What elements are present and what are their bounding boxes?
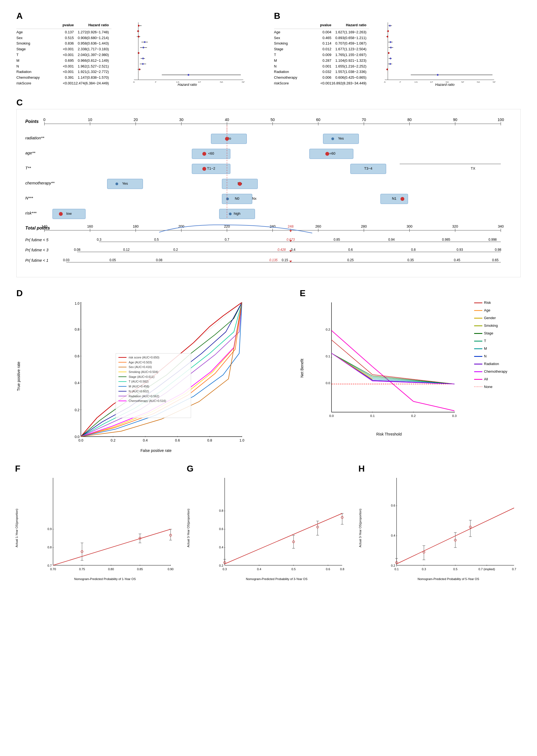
panel-a-axis: Hazard ratio [111,83,263,87]
svg-text:140: 140 [42,224,48,228]
panel-d-chart: 0.0 0.2 0.4 0.6 0.8 1.0 0.0 0.2 [23,300,289,453]
svg-text:1.0: 1.0 [239,438,244,442]
svg-text:radiation**: radiation** [25,136,45,140]
svg-text:0.2: 0.2 [411,414,415,418]
svg-text:50: 50 [270,117,275,122]
svg-rect-11 [138,30,139,32]
svg-text:0.9: 0.9 [48,527,52,531]
svg-text:0.5: 0.5 [453,568,457,571]
svg-text:320: 320 [452,224,458,228]
svg-text:0.6: 0.6 [348,248,353,252]
svg-text:0.3: 0.3 [97,238,102,242]
panel-h-y-label: Actual 3-Year OS(proportion) [358,475,375,581]
svg-text:248: 248 [288,224,294,228]
svg-text:0.15: 0.15 [282,258,288,262]
svg-text:Points: Points [25,119,39,124]
svg-point-111 [238,182,242,186]
panel-f-y-label: Actual 1-Year OS(proportion) [15,475,31,581]
svg-text:Yes: Yes [338,136,344,140]
row-radiation-a: Radiation<0.0011.921(1.332−2.772) [17,69,111,75]
col-pval: pvalue [52,22,74,28]
legend-age: Age [474,307,520,314]
svg-rect-57 [437,74,438,76]
svg-text:0.4: 0.4 [257,568,261,571]
svg-marker-189 [289,261,292,262]
top-row: A pvalue Hazard ratio Age0.1371.272(0.92… [11,8,526,89]
svg-rect-215 [116,353,191,418]
row-t-a: T<0.0012.040(1.397−2.980) [17,52,111,58]
svg-text:160: 160 [87,224,93,228]
svg-text:0.6: 0.6 [175,438,180,442]
svg-text:20: 20 [134,117,138,122]
svg-text:Radiation (AUC=0.562): Radiation (AUC=0.562) [129,395,159,398]
svg-text:0.4: 0.4 [143,438,148,442]
svg-text:Age (AUC=0.503): Age (AUC=0.503) [129,361,152,364]
svg-text:0.7 (implied): 0.7 (implied) [478,568,495,571]
svg-line-300 [53,529,171,565]
svg-rect-45 [390,41,391,43]
panel-b-table: pvalue Hazard ratio Age0.0041.627(1.169−… [274,22,369,87]
svg-text:N1: N1 [392,196,396,201]
main-container: A pvalue Hazard ratio Age0.1371.272(0.92… [0,0,537,592]
svg-point-115 [226,198,229,200]
svg-text:Stage (AUC=0.611): Stage (AUC=0.611) [129,375,155,378]
svg-text:0.75: 0.75 [79,568,85,571]
svg-text:0.70: 0.70 [50,568,56,571]
panel-g-chart: 0.2 0.4 0.6 0.8 0.3 0.4 0.5 0.6 [203,475,350,581]
panel-e-label: E [300,288,306,298]
svg-line-333 [225,513,342,564]
svg-text:60: 60 [316,117,320,122]
panel-f-label: F [15,464,21,473]
legend-t: T [474,338,520,344]
svg-text:80: 80 [407,117,412,122]
svg-text:T1−2: T1−2 [207,166,215,171]
panel-f: F Actual 1-Year OS(proportion) 0.7 0.8 0… [11,461,183,583]
svg-text:risk score (AUC=0.650): risk score (AUC=0.650) [129,356,160,359]
legend-smoking: Smoking [474,322,520,329]
row-sex-b: Sex0.4650.893(0.658−1.211) [274,35,369,41]
svg-marker-186 [289,230,292,232]
svg-text:0.7: 0.7 [225,238,229,242]
svg-line-251 [331,331,372,367]
svg-text:0.93: 0.93 [457,248,463,252]
svg-rect-47 [390,47,391,48]
svg-text:0.1: 0.1 [394,568,398,571]
svg-point-119 [401,197,404,201]
legend-stage: Stage [474,330,520,337]
svg-text:0.6: 0.6 [391,504,395,507]
svg-rect-21 [143,58,144,59]
svg-text:high: high [234,212,240,216]
dca-svg: 0.2 0.1 0.0 0.0 0.1 0.2 0.3 [307,300,472,431]
svg-line-364 [396,508,514,564]
svg-text:0.8: 0.8 [48,546,52,549]
panel-b: B pvalue Hazard ratio Age0.0041.627(1.16… [268,8,526,89]
panel-a-table: pvalue Hazard ratio Age0.1371.272(0.926−… [17,22,111,87]
panel-e-y-label: Net Benefit [300,300,307,436]
svg-point-108 [116,182,118,185]
svg-text:0.3: 0.3 [452,414,457,418]
svg-point-126 [229,213,232,215]
svg-text:Chemotherapy (AUC=0.516): Chemotherapy (AUC=0.516) [129,399,166,402]
row-smoking-b: Smoking0.1140.707(0.459−1.087) [274,41,369,47]
svg-text:0.1: 0.1 [326,354,330,358]
svg-text:N0: N0 [235,196,239,201]
row-risk-a: riskScore<0.00112.474(6.384−24.449) [17,81,111,86]
row-smoking-a: Smoking0.8360.958(0.636−1.443) [17,41,111,47]
svg-text:TX: TX [471,166,475,171]
svg-text:M (AUC=0.458): M (AUC=0.458) [129,385,149,388]
svg-text:0.985: 0.985 [442,238,450,242]
svg-point-100 [202,167,206,171]
panel-e-x-label: Risk Threshold [307,432,472,436]
svg-text:0.998: 0.998 [488,238,497,242]
svg-text:0.25: 0.25 [347,258,354,262]
panel-b-axis: Hazard ratio [369,83,520,87]
panel-e-chart: 0.2 0.1 0.0 0.0 0.1 0.2 0.3 [307,300,472,436]
svg-point-123 [59,212,63,216]
svg-text:0.90: 0.90 [168,568,173,571]
panel-b-plot: 0 5 10 15 20 25 30 35 [369,22,520,87]
svg-text:risk***: risk*** [25,211,37,215]
svg-text:T**: T** [25,166,31,170]
svg-text:0.65: 0.65 [492,258,499,262]
svg-text:0.2: 0.2 [391,564,395,567]
svg-text:300: 300 [407,224,413,228]
